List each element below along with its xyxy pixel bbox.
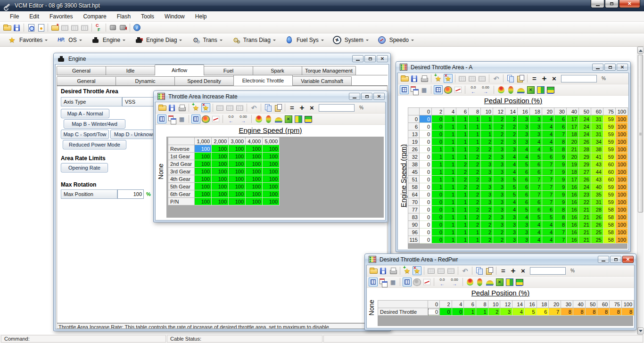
increase-rate-restore-button[interactable]	[361, 93, 372, 100]
row-header[interactable]: 45	[408, 168, 420, 176]
table-cell[interactable]: 2	[493, 236, 505, 244]
tbl-gray-icon[interactable]	[60, 23, 69, 32]
dropdown-caret-icon[interactable]	[411, 40, 414, 42]
table-cell[interactable]: 2	[481, 213, 493, 221]
increase-rate-titlebar[interactable]: Throttle Area Increase Rate ✕	[154, 91, 387, 102]
table-cell[interactable]: 0	[420, 138, 432, 146]
table-cell[interactable]: 2	[481, 146, 493, 153]
col-header[interactable]: 16	[518, 108, 530, 115]
tbl-gray-icon[interactable]	[446, 266, 455, 275]
table-cell[interactable]: 59	[603, 115, 616, 123]
map-h-icon[interactable]	[304, 114, 313, 123]
row-header[interactable]: 3rd Gear	[168, 168, 195, 175]
table-cell[interactable]: 1	[432, 176, 444, 183]
table-cell[interactable]: 100	[195, 190, 212, 198]
table-cell[interactable]: 59	[603, 123, 616, 131]
col-header[interactable]: 10	[481, 108, 493, 115]
table-cell[interactable]: 6	[518, 198, 530, 206]
table-cell[interactable]: 31	[591, 115, 603, 123]
table-cell[interactable]: 2	[493, 115, 505, 123]
table-cell[interactable]: 1	[469, 236, 481, 244]
table-cell[interactable]: 3	[493, 221, 505, 229]
graph-icon[interactable]	[454, 85, 462, 94]
table-cell[interactable]: 58	[603, 206, 616, 213]
table-cell[interactable]: 0	[432, 123, 444, 131]
scrollbar-thumb[interactable]	[638, 55, 643, 212]
table-cell[interactable]: 1	[469, 138, 481, 146]
table-cell[interactable]: 20	[567, 153, 579, 161]
table-cell[interactable]: 8	[621, 308, 634, 316]
dropdown-caret-icon[interactable]	[273, 40, 276, 42]
dropdown-caret-icon[interactable]	[321, 40, 324, 42]
row-header[interactable]: 4th Gear	[168, 175, 195, 183]
table-cell[interactable]: 58	[603, 236, 616, 244]
table-cell[interactable]: 6	[530, 161, 542, 168]
tbl-gray-icon[interactable]	[80, 23, 89, 32]
menu-favorites[interactable]: Favorites	[44, 13, 78, 20]
table-cell[interactable]: 24	[579, 183, 591, 191]
table-cell[interactable]: 2	[469, 161, 481, 168]
table-cell[interactable]: 7	[530, 176, 542, 183]
table-cell[interactable]: 0	[432, 131, 444, 138]
table-cell[interactable]: 2	[481, 138, 493, 146]
table-cell[interactable]: 18	[567, 168, 579, 176]
map-a-button[interactable]: Map A - Normal	[61, 109, 109, 118]
col-header[interactable]: 16	[524, 301, 537, 308]
table-cell[interactable]: 7	[542, 183, 554, 191]
map-c-button[interactable]: Map C - Sport/Tow	[61, 130, 109, 139]
table-cell[interactable]: 2	[481, 153, 493, 161]
table-cell[interactable]: 59	[603, 138, 616, 146]
dropdown-caret-icon[interactable]	[45, 40, 48, 42]
table-cell[interactable]: 100	[616, 236, 628, 244]
table-cell[interactable]: 1	[444, 168, 456, 176]
table-cell[interactable]: 7	[554, 131, 567, 138]
tbl-gray-icon[interactable]	[437, 266, 446, 275]
table-cell[interactable]: 4	[518, 213, 530, 221]
table-cell[interactable]: 0	[420, 183, 432, 191]
table-cell[interactable]: 9	[554, 153, 567, 161]
table-cell[interactable]: 2	[469, 153, 481, 161]
table-cell[interactable]: 1	[456, 153, 469, 161]
tab-airflow[interactable]: Airflow	[155, 65, 204, 75]
table-cell[interactable]: 31	[591, 123, 603, 131]
row-header[interactable]: 96	[408, 229, 420, 236]
table-cell[interactable]: 1	[456, 146, 469, 153]
table-cell[interactable]: 4	[512, 308, 525, 316]
table-cell[interactable]: 3	[530, 115, 542, 123]
table-cell[interactable]: 3	[518, 221, 530, 229]
table-cell[interactable]: 0	[432, 229, 444, 236]
row-header[interactable]: Desired Throttle	[378, 308, 428, 316]
table-cell[interactable]: 8	[554, 221, 567, 229]
scale-input[interactable]	[319, 104, 355, 112]
table-cell[interactable]: 28	[579, 146, 591, 153]
table-cell[interactable]: 17	[567, 176, 579, 183]
menu-edit[interactable]: Edit	[24, 13, 44, 20]
map-x-icon[interactable]	[495, 278, 504, 286]
table-cell[interactable]: 0	[452, 308, 464, 316]
nav-engine[interactable]: Engine	[86, 35, 130, 45]
table-cell[interactable]: 100	[212, 175, 229, 183]
row-header[interactable]: 70	[408, 198, 420, 206]
table-cell[interactable]: 0	[432, 213, 444, 221]
table-cell[interactable]: 59	[603, 146, 616, 153]
table-cell[interactable]: 0	[420, 198, 432, 206]
table-cell[interactable]: 27	[579, 168, 591, 176]
copy-icon[interactable]	[506, 74, 515, 83]
row-header[interactable]: 0	[408, 115, 420, 123]
col-header[interactable]: 0	[428, 301, 440, 308]
table-cell[interactable]: 5	[530, 213, 542, 221]
times-icon[interactable]	[519, 266, 528, 275]
table-cell[interactable]: 2	[481, 206, 493, 213]
surface-icon[interactable]	[444, 85, 453, 94]
dropdown-caret-icon[interactable]	[220, 40, 223, 42]
col-header[interactable]: 12	[500, 301, 512, 308]
table-cell[interactable]: 16	[567, 191, 579, 198]
table-cell[interactable]: 3	[493, 161, 505, 168]
table-cell[interactable]: 4	[505, 153, 518, 161]
undo-icon[interactable]	[461, 266, 470, 275]
table-cell[interactable]: 60	[603, 168, 616, 176]
table-cell[interactable]: 59	[603, 191, 616, 198]
col-header[interactable]: 6	[464, 301, 476, 308]
row-header[interactable]: 32	[408, 153, 420, 161]
mdi-vertical-scrollbar[interactable]	[637, 47, 644, 335]
